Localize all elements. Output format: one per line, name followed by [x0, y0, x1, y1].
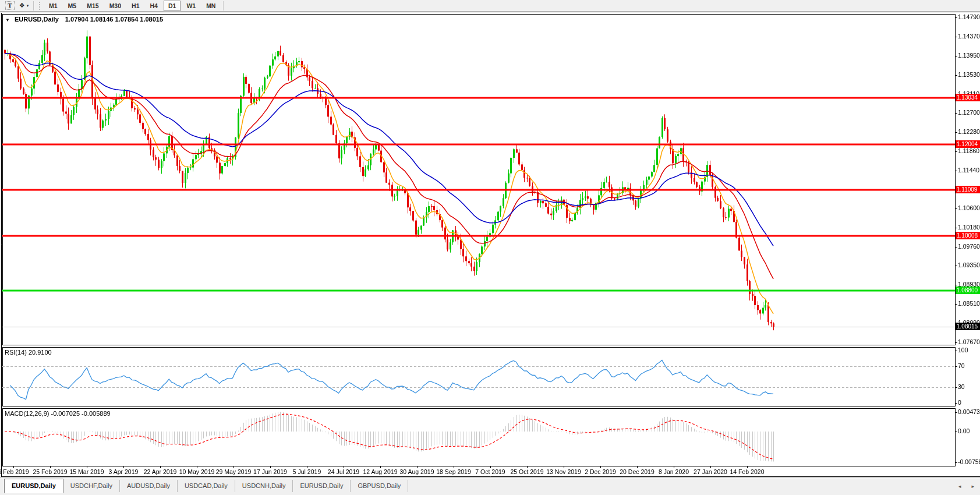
date-label: 25 Feb 2019 — [31, 468, 69, 475]
price-tick-label: 1.13530 — [958, 71, 980, 78]
text-tool-button[interactable]: T — [3, 1, 17, 10]
macd-tick-label: 0.00 — [958, 427, 970, 434]
chart-tabs-bar: EURUSD,DailyUSDCHF,DailyAUDUSD,DailyUSDC… — [0, 478, 980, 495]
resistance-price-tag: 1.10008 — [956, 232, 980, 239]
date-label: 18 Sep 2019 — [434, 468, 473, 475]
date-label: 14 Feb 2020 — [728, 468, 766, 475]
date-label: 7 Oct 2019 — [471, 468, 510, 475]
date-label: 10 May 2019 — [178, 468, 216, 475]
macd-tick-label: -0.007585 — [958, 458, 980, 465]
price-tick-label: 1.08510 — [958, 300, 980, 307]
timeframe-button-m30[interactable]: M30 — [105, 1, 126, 11]
price-tick-label: 1.11860 — [958, 147, 979, 154]
resistance-price-tag: 1.11009 — [956, 186, 980, 193]
ohlc-values: 1.07904 1.08146 1.07854 1.08015 — [65, 16, 163, 23]
rsi-tick-label: 0 — [958, 399, 961, 406]
chart-tab-7[interactable]: GBPUSD,Daily — [351, 480, 408, 492]
tabs-scroll-left-button[interactable]: ◂ — [958, 483, 961, 489]
timeframe-button-d1[interactable]: D1 — [164, 1, 181, 11]
price-tick-label: 1.12280 — [958, 128, 980, 135]
date-label: 20 Dec 2019 — [618, 468, 656, 475]
date-label: 27 Jan 2020 — [691, 468, 730, 475]
collapse-chart-icon[interactable]: ▼ — [5, 17, 10, 23]
toolbar-grip[interactable] — [39, 2, 41, 10]
chart-tab-1[interactable]: EURUSD,Daily — [4, 479, 63, 493]
chart-tabs: EURUSD,DailyUSDCHF,DailyAUDUSD,DailyUSDC… — [4, 478, 408, 493]
date-label: 2 Dec 2019 — [581, 468, 620, 475]
date-label: 6 Feb 2019 — [0, 468, 33, 475]
price-tick-label: 1.10600 — [958, 204, 980, 211]
macd-tick-label: 0.004738 — [958, 408, 980, 415]
price-tick-label: 1.12700 — [958, 109, 980, 116]
rsi-tick-label: 30 — [958, 383, 965, 390]
date-label: 30 Aug 2019 — [398, 468, 436, 475]
price-tick-label: 1.07670 — [958, 338, 980, 345]
timeframe-button-h1[interactable]: H1 — [127, 1, 144, 11]
resistance-price-tag: 1.13034 — [956, 94, 980, 101]
price-tick-label: 1.10180 — [958, 224, 980, 231]
toolbar-separator — [223, 1, 224, 10]
timeframe-button-h4[interactable]: H4 — [146, 1, 162, 11]
timeframe-button-w1[interactable]: W1 — [182, 1, 200, 11]
styler-tool-button[interactable]: ❖ ▾ — [17, 1, 31, 10]
chart-title: ▼ EURUSD,Daily 1.07904 1.08146 1.07854 1… — [5, 16, 163, 23]
price-tick-label: 1.09350 — [958, 261, 980, 268]
date-label: 12 Aug 2019 — [361, 468, 399, 475]
chart-tab-3[interactable]: AUDUSD,Daily — [120, 480, 178, 492]
price-tick-label: 1.14790 — [958, 13, 980, 20]
date-label: 15 Mar 2019 — [68, 468, 106, 475]
date-label: 17 Jun 2019 — [251, 468, 289, 475]
date-label: 3 Apr 2019 — [104, 468, 143, 475]
date-label: 25 Oct 2019 — [508, 468, 546, 475]
current-price-tag: 1.08015 — [956, 323, 980, 330]
macd-label: MACD(12,26,9) -0.007025 -0.005889 — [5, 410, 111, 417]
price-chart-canvas[interactable] — [0, 0, 980, 495]
price-tick-label: 1.13950 — [958, 52, 980, 59]
timeframe-button-m5[interactable]: M5 — [63, 1, 82, 11]
rsi-tick-label: 70 — [958, 362, 965, 369]
rsi-tick-label: 100 — [958, 346, 968, 353]
rsi-label: RSI(14) 20.9100 — [5, 349, 52, 356]
chart-tab-5[interactable]: USDCNH,Daily — [235, 480, 293, 492]
text-tool-icon: T — [5, 1, 14, 10]
chevron-down-icon[interactable]: ▾ — [27, 3, 29, 8]
timeframe-button-m1[interactable]: M1 — [44, 1, 62, 11]
timeframe-buttons: M1M5M15M30H1H4D1W1MN — [44, 1, 221, 11]
chart-tab-2[interactable]: USDCHF,Daily — [63, 480, 120, 492]
date-label: 22 Apr 2019 — [141, 468, 179, 475]
date-label: 5 Jul 2019 — [288, 468, 326, 475]
styler-icon: ❖ — [19, 2, 25, 9]
toolbar-separator — [33, 1, 34, 10]
chart-tab-6[interactable]: EURUSD,Daily — [293, 480, 351, 492]
timeframe-button-m15[interactable]: M15 — [82, 1, 103, 11]
price-tick-label: 1.09760 — [958, 243, 980, 250]
price-tick-label: 1.11440 — [958, 167, 979, 174]
support-price-tag: 1.08800 — [956, 287, 980, 294]
toolbar: T ❖ ▾ M1M5M15M30H1H4D1W1MN — [0, 0, 980, 12]
date-label: 24 Jul 2019 — [324, 468, 363, 475]
date-label: 8 Jan 2020 — [654, 468, 693, 475]
date-label: 13 Nov 2019 — [544, 468, 583, 475]
tabs-scroll-right-button[interactable]: ▸ — [971, 483, 974, 489]
price-tick-label: 1.14370 — [958, 33, 980, 40]
date-label: 29 May 2019 — [214, 468, 253, 475]
chart-tab-4[interactable]: USDCAD,Daily — [178, 480, 235, 492]
resistance-price-tag: 1.12004 — [956, 140, 980, 148]
timeframe-button-mn[interactable]: MN — [201, 1, 220, 11]
symbol-name: EURUSD,Daily — [15, 16, 59, 23]
